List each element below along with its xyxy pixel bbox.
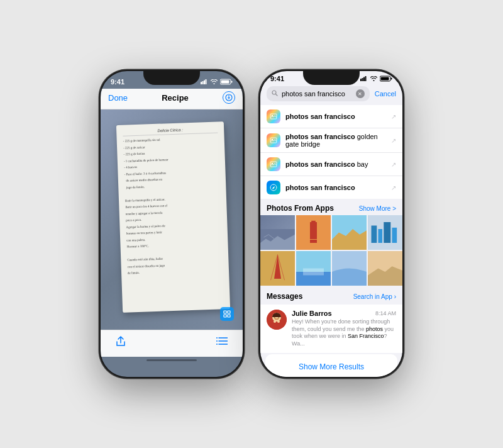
photo-cell-4[interactable]	[368, 215, 402, 250]
svg-rect-2	[204, 81, 205, 85]
svg-rect-6	[221, 81, 229, 84]
notebook-content: - 225 g de mantequilla sin sal - 225 g d…	[123, 135, 223, 276]
battery-icon	[220, 79, 233, 85]
left-iphone: 9:41	[99, 70, 244, 378]
status-icons-left	[201, 79, 233, 85]
message-preview: Hey! When you're done sorting through th…	[292, 318, 396, 348]
svg-rect-43	[379, 229, 383, 243]
photo-cell-8[interactable]	[368, 251, 402, 286]
message-time: 8:14 AM	[375, 310, 396, 316]
arrow-icon-3: ↗	[391, 161, 396, 168]
photos-section-header: Photos From Apps Show More >	[260, 199, 402, 215]
notebook-paper: Delicia Cítrica : - 225 g de mantequilla…	[116, 121, 230, 313]
svg-line-27	[276, 94, 278, 96]
svg-rect-20	[362, 78, 363, 81]
svg-rect-45	[392, 228, 397, 243]
suggestion-item[interactable]: photos san francisco ↗	[260, 176, 402, 199]
battery-icon-right	[380, 76, 392, 82]
suggestion-text-2: photos san francisco golden gate bridge	[285, 133, 386, 148]
svg-rect-42	[372, 226, 377, 244]
suggestion-text-1: photos san francisco	[285, 113, 386, 120]
notes-toolbar	[101, 330, 243, 357]
svg-point-58	[277, 320, 280, 323]
photos-section-title: Photos From Apps	[267, 204, 334, 213]
notes-title: Recipe	[162, 93, 189, 103]
show-more-results[interactable]: Show More Results	[265, 354, 397, 377]
photo-cell-3[interactable]	[332, 215, 367, 250]
photos-icon-2	[267, 133, 280, 147]
list-button[interactable]	[216, 337, 228, 348]
camera-area: Delicia Cítrica : - 225 g de mantequilla…	[101, 109, 243, 330]
right-iphone: 9:41	[259, 70, 404, 378]
home-indicator	[146, 359, 197, 361]
svg-rect-0	[201, 82, 202, 84]
messages-title: Messages	[267, 292, 302, 301]
messages-search-in-app[interactable]: Search in App ›	[353, 293, 396, 300]
wifi-icon	[211, 79, 218, 84]
photos-show-more[interactable]: Show More >	[359, 205, 396, 212]
suggestions-list: photos san francisco ↗ photos san franci…	[260, 105, 402, 199]
photos-icon-3	[267, 157, 280, 171]
signal-icon-right	[360, 76, 368, 81]
svg-rect-44	[384, 222, 390, 243]
photo-cell-6[interactable]	[296, 251, 331, 286]
notebook-title: Delicia Cítrica :	[123, 126, 218, 136]
arrow-icon-1: ↗	[391, 113, 396, 120]
photo-cell-7[interactable]	[332, 251, 367, 286]
arrow-icon-2: ↗	[391, 137, 396, 144]
signal-icon	[201, 79, 208, 84]
suggestion-text-3: photos san francisco bay	[285, 160, 386, 168]
svg-rect-12	[228, 315, 230, 317]
photo-cell-1[interactable]	[260, 215, 295, 250]
search-text: photos san francisco	[282, 90, 352, 98]
status-icons-right	[360, 76, 392, 82]
search-header: photos san francisco ✕ Cancel	[260, 82, 402, 105]
svg-point-16	[216, 337, 218, 339]
message-content: Julie Barros 8:14 AM Hey! When you're do…	[292, 310, 396, 348]
svg-rect-49	[303, 269, 324, 276]
svg-point-8	[228, 96, 229, 97]
svg-rect-1	[202, 81, 204, 84]
clear-search-button[interactable]: ✕	[356, 89, 365, 98]
svg-rect-9	[224, 311, 226, 313]
cancel-button[interactable]: Cancel	[375, 90, 396, 98]
scan-icon	[220, 307, 234, 321]
svg-rect-24	[391, 78, 392, 80]
accessibility-icon[interactable]	[223, 91, 235, 104]
svg-point-18	[216, 344, 218, 345]
svg-rect-25	[381, 77, 389, 81]
arrow-icon-4: ↗	[391, 184, 396, 191]
contact-name: Julie Barros	[292, 310, 332, 317]
photos-icon	[267, 109, 280, 123]
show-more-text: Show More Results	[299, 362, 364, 371]
svg-point-57	[274, 320, 276, 323]
time-left: 9:41	[111, 78, 124, 86]
wifi-icon-right	[370, 76, 377, 81]
message-item[interactable]: Julie Barros 8:14 AM Hey! When you're do…	[260, 305, 402, 353]
notch-right	[303, 71, 360, 85]
svg-point-17	[216, 340, 218, 342]
photo-cell-5[interactable]	[260, 251, 295, 286]
svg-rect-22	[365, 76, 367, 81]
done-button[interactable]: Done	[108, 93, 128, 103]
svg-rect-5	[231, 81, 233, 83]
search-bar[interactable]: photos san francisco ✕	[267, 86, 370, 101]
suggestion-item[interactable]: photos san francisco golden gate bridge …	[260, 128, 402, 153]
svg-rect-3	[206, 79, 207, 84]
photo-cell-2[interactable]	[296, 215, 331, 250]
safari-icon	[267, 181, 280, 194]
svg-rect-38	[311, 221, 316, 223]
share-button[interactable]	[116, 335, 126, 349]
suggestion-item[interactable]: photos san francisco bay ↗	[260, 153, 402, 176]
messages-section: Julie Barros 8:14 AM Hey! When you're do…	[260, 305, 402, 353]
suggestion-text-4: photos san francisco	[285, 184, 386, 191]
messages-section-header: Messages Search in App ›	[260, 287, 402, 303]
photo-grid	[260, 215, 402, 287]
search-icon	[272, 90, 278, 98]
svg-rect-11	[224, 315, 226, 317]
svg-rect-19	[360, 79, 362, 81]
notes-header: Done Recipe	[101, 89, 243, 109]
suggestion-item[interactable]: photos san francisco ↗	[260, 105, 402, 128]
time-right: 9:41	[270, 75, 284, 82]
notch	[143, 71, 200, 85]
